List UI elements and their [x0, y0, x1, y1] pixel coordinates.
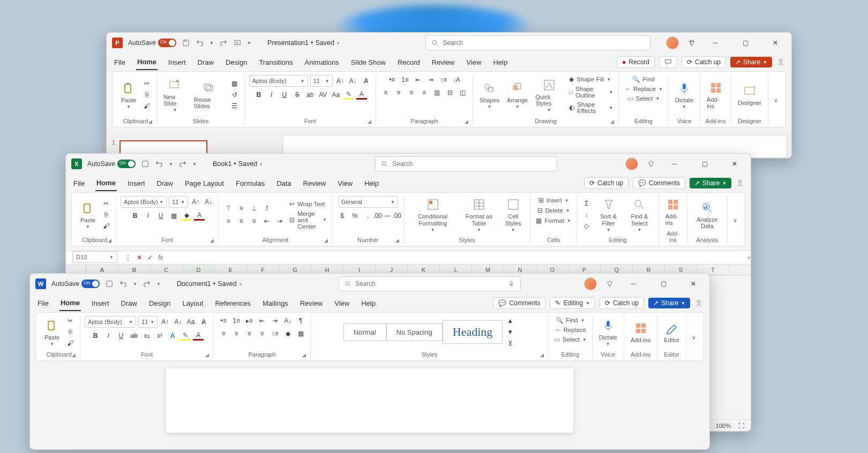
align-bottom-button[interactable]: ⊥ [249, 203, 259, 213]
tab-insert[interactable]: Insert [167, 55, 187, 70]
tab-design[interactable]: Design [148, 296, 171, 311]
catchup-button[interactable]: ⟳ Catch up [584, 177, 628, 189]
minimize-button[interactable]: ─ [705, 35, 726, 51]
numbering-button[interactable]: 1≡ [231, 316, 242, 326]
copy-icon[interactable]: ⎘ [65, 327, 76, 337]
bullets-button[interactable]: •≡ [387, 75, 398, 85]
line-spacing-button[interactable]: ↕≡ [270, 329, 280, 338]
user-avatar[interactable] [584, 277, 597, 290]
tab-data[interactable]: Data [275, 176, 292, 191]
sort-button[interactable]: A↓ [282, 316, 293, 326]
diamond-icon[interactable] [605, 280, 614, 288]
catchup-button[interactable]: ⟳ Catch up [682, 56, 726, 68]
autosum-button[interactable]: Σ [581, 199, 592, 208]
addins-button[interactable]: Add-ins [628, 320, 653, 344]
tab-pagelayout[interactable]: Page Layout [184, 176, 225, 191]
clear-formatting-icon[interactable]: A̷ [361, 76, 371, 86]
align-left-button[interactable]: ≡ [223, 216, 234, 226]
number-format-selector[interactable]: General▼ [338, 196, 398, 208]
tab-help[interactable]: Help [363, 176, 380, 191]
copy-icon[interactable]: ⎘ [101, 210, 111, 220]
redo-icon[interactable] [219, 39, 228, 47]
wrap-text-button[interactable]: ↩ Wrap Text [288, 200, 328, 208]
persona-icon[interactable] [736, 179, 744, 187]
undo-icon[interactable] [196, 39, 204, 47]
tab-layout[interactable]: Layout [181, 296, 204, 311]
fx-icon[interactable]: fx [158, 254, 163, 261]
tab-references[interactable]: References [214, 296, 251, 311]
tab-home[interactable]: Home [95, 176, 117, 191]
justify-button[interactable]: ≡ [257, 329, 267, 338]
user-avatar[interactable] [625, 157, 638, 170]
dialog-launcher[interactable]: ◢ [302, 352, 306, 358]
align-middle-button[interactable]: ≡ [236, 203, 246, 213]
dialog-launcher[interactable]: ◢ [108, 238, 111, 243]
reuse-slides-button[interactable]: Reuse Slides [192, 79, 226, 110]
comments-button[interactable]: 💬 Comments [633, 177, 685, 189]
bullets-button[interactable]: •≡ [218, 316, 229, 326]
format-painter-icon[interactable]: 🖌 [101, 221, 111, 231]
document-title[interactable]: Document1•Saved∨ [177, 280, 242, 288]
find-button[interactable]: 🔍 Find ▼ [555, 316, 586, 324]
autosave-toggle[interactable]: AutoSave On [87, 160, 136, 168]
smartart-button[interactable]: ◫ [458, 88, 468, 97]
styles-more[interactable]: ⊻ [505, 338, 515, 348]
mic-icon[interactable] [508, 280, 514, 288]
close-button[interactable]: ✕ [724, 156, 745, 172]
fb-enter-icon[interactable]: ✓ [147, 254, 153, 261]
find-select-button[interactable]: Find & Select▼ [625, 196, 654, 233]
dialog-launcher[interactable]: ◢ [205, 352, 209, 358]
format-painter-icon[interactable]: 🖌 [65, 338, 76, 348]
dialog-launcher[interactable]: ◢ [540, 352, 544, 358]
fill-button[interactable]: ↓ [581, 210, 592, 220]
tab-help[interactable]: Help [360, 296, 377, 311]
align-left-button[interactable]: ≡ [380, 88, 391, 97]
collapse-ribbon[interactable]: ∨ [686, 334, 701, 341]
tab-home[interactable]: Home [59, 296, 81, 311]
copy-icon[interactable]: ⎘ [141, 90, 152, 100]
tab-record[interactable]: Record [396, 55, 421, 70]
replace-button[interactable]: ↔ Replace [553, 326, 587, 334]
italic-button[interactable]: I [143, 211, 153, 221]
line-spacing-button[interactable]: ↕≡ [438, 75, 449, 85]
undo-icon[interactable] [155, 160, 163, 168]
maximize-button[interactable]: ▢ [735, 35, 756, 51]
style-normal[interactable]: Normal [343, 323, 386, 341]
tab-insert[interactable]: Insert [126, 176, 146, 191]
cut-icon[interactable]: ✂ [101, 199, 111, 208]
format-as-table-button[interactable]: Format as Table▼ [461, 196, 497, 233]
search-input[interactable] [443, 39, 645, 47]
char-spacing-button[interactable]: AV [318, 90, 328, 100]
save-icon[interactable] [141, 160, 149, 168]
tab-slideshow[interactable]: Slide Show [350, 55, 387, 70]
redo-icon[interactable] [178, 160, 187, 168]
zoom-fit-icon[interactable]: ⛶ [738, 422, 744, 429]
dialog-launcher[interactable]: ◢ [368, 119, 371, 124]
borders-button[interactable]: ▦ [168, 211, 179, 221]
multilevel-list-button[interactable]: ▸≡ [244, 316, 255, 326]
arrange-button[interactable]: Arrange▼ [505, 80, 530, 110]
dialog-launcher[interactable]: ◢ [324, 238, 328, 243]
decrease-decimal-button[interactable]: ←.00 [388, 211, 399, 221]
align-center-button[interactable]: ≡ [231, 329, 242, 338]
document-title[interactable]: Book1•Saved∨ [213, 160, 263, 168]
highlight-button[interactable]: ✎ [343, 90, 354, 100]
align-center-button[interactable]: ≡ [236, 216, 246, 226]
increase-font-icon[interactable]: A↑ [190, 197, 201, 207]
tab-transitions[interactable]: Transitions [258, 55, 294, 70]
layout-icon[interactable]: ▦ [229, 79, 240, 88]
undo-dropdown[interactable]: ▼ [209, 41, 214, 46]
dialog-launcher[interactable]: ◢ [465, 119, 468, 124]
styles-scroll-down[interactable]: ▼ [505, 327, 515, 337]
search-box[interactable] [339, 276, 521, 291]
clear-formatting-icon[interactable]: A̷ [198, 317, 209, 327]
comments-button[interactable]: 💬 Comments [493, 297, 545, 309]
tab-draw[interactable]: Draw [120, 296, 138, 311]
name-box[interactable]: D10▼ [72, 251, 117, 263]
tab-insert[interactable]: Insert [91, 296, 110, 311]
dialog-launcher[interactable]: ◢ [72, 352, 76, 358]
justify-button[interactable]: ≡ [419, 88, 430, 97]
designer-button[interactable]: Designer [736, 82, 764, 107]
underline-button[interactable]: U [116, 331, 126, 341]
tab-view[interactable]: View [336, 176, 354, 191]
